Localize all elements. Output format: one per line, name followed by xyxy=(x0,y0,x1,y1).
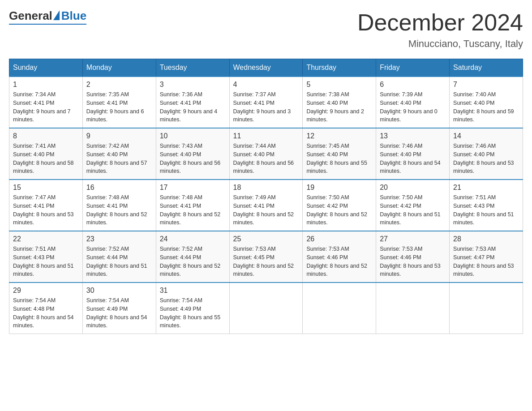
day-number: 16 xyxy=(86,184,152,192)
table-row: 13Sunrise: 7:46 AMSunset: 4:40 PMDayligh… xyxy=(376,128,450,180)
day-info: Sunrise: 7:54 AMSunset: 4:48 PMDaylight:… xyxy=(13,296,79,330)
day-number: 4 xyxy=(233,81,299,89)
logo-underline xyxy=(9,24,86,25)
day-number: 13 xyxy=(380,132,446,140)
title-section: December 2024 Minucciano, Tuscany, Italy xyxy=(357,9,523,50)
day-number: 23 xyxy=(86,235,152,243)
logo-triangle-icon xyxy=(53,10,60,20)
calendar-header-row: Sunday Monday Tuesday Wednesday Thursday… xyxy=(9,59,523,77)
table-row xyxy=(450,283,523,334)
day-info: Sunrise: 7:40 AMSunset: 4:40 PMDaylight:… xyxy=(453,90,519,124)
day-number: 30 xyxy=(86,287,152,295)
day-number: 2 xyxy=(86,81,152,89)
table-row: 26Sunrise: 7:53 AMSunset: 4:46 PMDayligh… xyxy=(303,231,376,283)
location-title: Minucciano, Tuscany, Italy xyxy=(357,38,523,50)
table-row: 5Sunrise: 7:38 AMSunset: 4:40 PMDaylight… xyxy=(303,77,376,128)
table-row: 20Sunrise: 7:50 AMSunset: 4:42 PMDayligh… xyxy=(376,180,450,231)
col-saturday: Saturday xyxy=(450,59,523,77)
table-row: 30Sunrise: 7:54 AMSunset: 4:49 PMDayligh… xyxy=(82,283,156,334)
calendar-table: Sunday Monday Tuesday Wednesday Thursday… xyxy=(9,59,523,334)
day-number: 6 xyxy=(380,81,446,89)
table-row: 21Sunrise: 7:51 AMSunset: 4:43 PMDayligh… xyxy=(450,180,523,231)
day-number: 27 xyxy=(380,235,446,243)
table-row: 3Sunrise: 7:36 AMSunset: 4:41 PMDaylight… xyxy=(156,77,229,128)
table-row: 16Sunrise: 7:48 AMSunset: 4:41 PMDayligh… xyxy=(82,180,156,231)
day-number: 3 xyxy=(160,81,226,89)
day-info: Sunrise: 7:52 AMSunset: 4:44 PMDaylight:… xyxy=(86,245,152,278)
day-number: 11 xyxy=(233,132,299,140)
day-number: 7 xyxy=(453,81,519,89)
day-info: Sunrise: 7:35 AMSunset: 4:41 PMDaylight:… xyxy=(86,90,152,124)
day-number: 31 xyxy=(160,287,226,295)
day-info: Sunrise: 7:53 AMSunset: 4:45 PMDaylight:… xyxy=(233,245,299,278)
day-info: Sunrise: 7:53 AMSunset: 4:46 PMDaylight:… xyxy=(380,245,446,278)
col-monday: Monday xyxy=(82,59,156,77)
table-row: 2Sunrise: 7:35 AMSunset: 4:41 PMDaylight… xyxy=(82,77,156,128)
calendar-week-row: 8Sunrise: 7:41 AMSunset: 4:40 PMDaylight… xyxy=(9,128,523,180)
col-wednesday: Wednesday xyxy=(229,59,303,77)
day-number: 12 xyxy=(306,132,372,140)
table-row: 7Sunrise: 7:40 AMSunset: 4:40 PMDaylight… xyxy=(450,77,523,128)
logo-general-text: General xyxy=(9,9,52,23)
day-info: Sunrise: 7:36 AMSunset: 4:41 PMDaylight:… xyxy=(160,90,226,124)
table-row: 10Sunrise: 7:43 AMSunset: 4:40 PMDayligh… xyxy=(156,128,229,180)
table-row xyxy=(303,283,376,334)
table-row: 9Sunrise: 7:42 AMSunset: 4:40 PMDaylight… xyxy=(82,128,156,180)
day-info: Sunrise: 7:45 AMSunset: 4:40 PMDaylight:… xyxy=(306,142,372,176)
day-number: 25 xyxy=(233,235,299,243)
day-number: 14 xyxy=(453,132,519,140)
day-info: Sunrise: 7:54 AMSunset: 4:49 PMDaylight:… xyxy=(86,296,152,330)
day-number: 26 xyxy=(306,235,372,243)
table-row: 22Sunrise: 7:51 AMSunset: 4:43 PMDayligh… xyxy=(9,231,83,283)
table-row: 14Sunrise: 7:46 AMSunset: 4:40 PMDayligh… xyxy=(450,128,523,180)
table-row: 19Sunrise: 7:50 AMSunset: 4:42 PMDayligh… xyxy=(303,180,376,231)
table-row: 6Sunrise: 7:39 AMSunset: 4:40 PMDaylight… xyxy=(376,77,450,128)
page-header: General Blue December 2024 Minucciano, T… xyxy=(9,9,523,50)
day-info: Sunrise: 7:46 AMSunset: 4:40 PMDaylight:… xyxy=(453,142,519,176)
col-tuesday: Tuesday xyxy=(156,59,229,77)
table-row xyxy=(376,283,450,334)
table-row: 29Sunrise: 7:54 AMSunset: 4:48 PMDayligh… xyxy=(9,283,83,334)
table-row: 8Sunrise: 7:41 AMSunset: 4:40 PMDaylight… xyxy=(9,128,83,180)
calendar-week-row: 1Sunrise: 7:34 AMSunset: 4:41 PMDaylight… xyxy=(9,77,523,128)
table-row: 27Sunrise: 7:53 AMSunset: 4:46 PMDayligh… xyxy=(376,231,450,283)
day-number: 9 xyxy=(86,132,152,140)
table-row: 31Sunrise: 7:54 AMSunset: 4:49 PMDayligh… xyxy=(156,283,229,334)
table-row: 24Sunrise: 7:52 AMSunset: 4:44 PMDayligh… xyxy=(156,231,229,283)
day-info: Sunrise: 7:38 AMSunset: 4:40 PMDaylight:… xyxy=(306,90,372,124)
col-thursday: Thursday xyxy=(303,59,376,77)
day-info: Sunrise: 7:50 AMSunset: 4:42 PMDaylight:… xyxy=(306,193,372,227)
table-row xyxy=(229,283,303,334)
day-info: Sunrise: 7:49 AMSunset: 4:41 PMDaylight:… xyxy=(233,193,299,227)
table-row: 17Sunrise: 7:48 AMSunset: 4:41 PMDayligh… xyxy=(156,180,229,231)
day-info: Sunrise: 7:34 AMSunset: 4:41 PMDaylight:… xyxy=(13,90,79,124)
day-number: 18 xyxy=(233,184,299,192)
day-info: Sunrise: 7:39 AMSunset: 4:40 PMDaylight:… xyxy=(380,90,446,124)
logo: General Blue xyxy=(9,9,86,25)
day-number: 19 xyxy=(306,184,372,192)
day-number: 22 xyxy=(13,235,79,243)
day-info: Sunrise: 7:44 AMSunset: 4:40 PMDaylight:… xyxy=(233,142,299,176)
day-number: 5 xyxy=(306,81,372,89)
month-title: December 2024 xyxy=(357,9,523,36)
day-info: Sunrise: 7:48 AMSunset: 4:41 PMDaylight:… xyxy=(160,193,226,227)
table-row: 18Sunrise: 7:49 AMSunset: 4:41 PMDayligh… xyxy=(229,180,303,231)
day-info: Sunrise: 7:47 AMSunset: 4:41 PMDaylight:… xyxy=(13,193,79,227)
day-number: 17 xyxy=(160,184,226,192)
day-info: Sunrise: 7:37 AMSunset: 4:41 PMDaylight:… xyxy=(233,90,299,124)
day-info: Sunrise: 7:51 AMSunset: 4:43 PMDaylight:… xyxy=(453,193,519,227)
table-row: 12Sunrise: 7:45 AMSunset: 4:40 PMDayligh… xyxy=(303,128,376,180)
col-sunday: Sunday xyxy=(9,59,83,77)
day-info: Sunrise: 7:46 AMSunset: 4:40 PMDaylight:… xyxy=(380,142,446,176)
day-info: Sunrise: 7:51 AMSunset: 4:43 PMDaylight:… xyxy=(13,245,79,278)
day-number: 8 xyxy=(13,132,79,140)
table-row: 1Sunrise: 7:34 AMSunset: 4:41 PMDaylight… xyxy=(9,77,83,128)
calendar-week-row: 22Sunrise: 7:51 AMSunset: 4:43 PMDayligh… xyxy=(9,231,523,283)
day-number: 1 xyxy=(13,81,79,89)
day-info: Sunrise: 7:42 AMSunset: 4:40 PMDaylight:… xyxy=(86,142,152,176)
calendar-week-row: 15Sunrise: 7:47 AMSunset: 4:41 PMDayligh… xyxy=(9,180,523,231)
col-friday: Friday xyxy=(376,59,450,77)
table-row: 28Sunrise: 7:53 AMSunset: 4:47 PMDayligh… xyxy=(450,231,523,283)
logo-blue-text: Blue xyxy=(61,9,86,23)
day-number: 20 xyxy=(380,184,446,192)
